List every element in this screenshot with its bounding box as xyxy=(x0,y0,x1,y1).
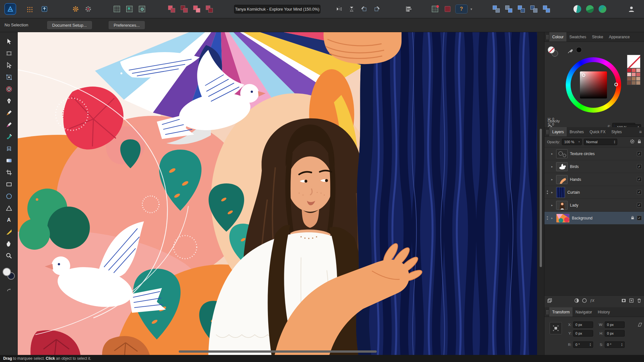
colour-selector-well[interactable] xyxy=(2,267,17,282)
fill-well[interactable] xyxy=(548,46,555,53)
flip-horizontal-icon[interactable] xyxy=(334,4,344,14)
artboard-tool[interactable] xyxy=(4,48,14,59)
swap-colours-icon[interactable] xyxy=(4,285,14,296)
fill-colour-well[interactable] xyxy=(3,268,11,276)
layer-visibility-checkbox[interactable]: ✓ xyxy=(637,203,642,208)
layer-row-hands[interactable]: ▸ Hands ✓ xyxy=(545,173,644,186)
shade-selector-dot[interactable] xyxy=(582,73,585,77)
crop-tool[interactable] xyxy=(4,167,14,178)
mask-layer-icon[interactable] xyxy=(620,297,628,304)
tint-swatch[interactable] xyxy=(627,77,631,81)
boolean-intersect-icon[interactable] xyxy=(192,4,202,14)
colour-wheel[interactable] xyxy=(566,57,621,113)
tint-swatch[interactable] xyxy=(627,68,631,72)
tab-styles[interactable]: Styles xyxy=(608,127,625,136)
expand-chevron-icon[interactable]: ▸ xyxy=(551,165,554,168)
layer-thumbnail[interactable] xyxy=(556,162,568,171)
boolean-subtract-icon[interactable] xyxy=(179,4,189,14)
tab-layers[interactable]: Layers xyxy=(549,127,567,136)
live-filter-icon[interactable] xyxy=(581,297,588,304)
preferences-button[interactable]: Preferences... xyxy=(108,21,145,30)
expand-chevron-icon[interactable]: ▸ xyxy=(551,190,554,194)
pencil-tool[interactable] xyxy=(4,107,14,118)
layer-visibility-checkbox[interactable]: ✓ xyxy=(637,216,642,220)
layer-settings-gear-icon[interactable] xyxy=(630,139,635,145)
none-colour-swatch[interactable] xyxy=(627,55,640,68)
eyedropper-icon[interactable] xyxy=(567,48,573,55)
layer-row-lady[interactable]: ▸ Lady ✓ xyxy=(545,199,644,212)
layer-thumbnail[interactable] xyxy=(556,175,568,184)
canvas-illustration[interactable] xyxy=(18,32,537,355)
picked-colour-swatch[interactable] xyxy=(576,47,582,53)
affinity-designer-logo-icon[interactable] xyxy=(5,3,16,15)
account-person-icon[interactable] xyxy=(627,4,636,14)
ellipse-tool[interactable] xyxy=(4,191,14,201)
stroke-width-tool[interactable] xyxy=(4,227,14,237)
colour-chip-icon-3[interactable] xyxy=(598,4,607,14)
document-setup-button[interactable]: Document Setup... xyxy=(47,21,92,30)
tab-transform[interactable]: Transform xyxy=(549,307,573,317)
zoom-tool[interactable] xyxy=(4,250,14,261)
layer-locked-icon[interactable] xyxy=(630,216,635,221)
colour-chip-icon-1[interactable] xyxy=(573,4,582,14)
boolean-divide-icon[interactable] xyxy=(204,4,214,14)
text-tool[interactable]: A xyxy=(4,215,14,225)
shear-field[interactable]: 0 ° ▴▾ xyxy=(605,341,625,348)
boolean-add-icon[interactable] xyxy=(167,4,176,14)
assets-gear-icon[interactable] xyxy=(83,4,93,14)
tint-swatch[interactable] xyxy=(631,68,636,72)
rectangle-tool[interactable] xyxy=(4,179,14,190)
horizontal-scrollbar[interactable] xyxy=(179,350,377,353)
colour-chip-icon-2[interactable] xyxy=(585,4,595,14)
tab-quick-fx[interactable]: Quick FX xyxy=(587,127,608,136)
layer-thumbnail[interactable] xyxy=(556,149,568,158)
y-field[interactable]: 0 px xyxy=(573,330,593,337)
duplicate-layer-icon[interactable] xyxy=(546,297,554,304)
layer-thumbnail[interactable] xyxy=(556,187,565,198)
triangle-tool[interactable] xyxy=(4,203,14,213)
pen-tool[interactable] xyxy=(4,96,14,106)
tint-swatch[interactable] xyxy=(636,77,640,81)
rotate-ccw-icon[interactable] xyxy=(359,4,369,14)
expand-chevron-icon[interactable]: ▸ xyxy=(551,178,554,181)
shear-icon[interactable] xyxy=(637,322,642,328)
gradient-tool[interactable] xyxy=(4,155,14,166)
paint-brush-tool[interactable] xyxy=(4,131,14,142)
gear-icon[interactable] xyxy=(71,4,80,14)
insert-inside-icon[interactable] xyxy=(516,4,526,14)
expand-chevron-icon[interactable]: ▸ xyxy=(551,216,554,220)
layer-thumbnail[interactable] xyxy=(556,214,570,223)
flip-vertical-icon[interactable] xyxy=(347,4,356,14)
expand-chevron-icon[interactable]: ▸ xyxy=(551,152,554,155)
tint-swatch[interactable] xyxy=(636,68,640,72)
snapping-candidates-icon[interactable] xyxy=(443,4,452,14)
adjustment-icon[interactable] xyxy=(573,297,581,304)
pixel-persona-icon[interactable] xyxy=(24,4,34,14)
mesh-warp-tool[interactable] xyxy=(4,143,14,154)
grid-axis-icon[interactable] xyxy=(137,4,147,14)
layer-lock-icon[interactable] xyxy=(637,139,642,145)
layer-thumbnail[interactable] xyxy=(556,201,568,210)
hue-selector-dot[interactable] xyxy=(614,83,618,86)
point-transform-tool[interactable] xyxy=(4,72,14,82)
contour-tool[interactable] xyxy=(4,84,14,94)
tab-history[interactable]: History xyxy=(595,307,613,317)
rotate-cw-icon[interactable] xyxy=(372,4,382,14)
tab-swatches[interactable]: Swatches xyxy=(566,32,589,42)
tint-swatch[interactable] xyxy=(631,77,636,81)
tab-navigator[interactable]: Navigator xyxy=(573,307,595,317)
view-hand-tool[interactable] xyxy=(4,238,14,249)
tint-swatch[interactable] xyxy=(636,81,640,85)
insert-on-top-icon[interactable] xyxy=(529,4,539,14)
export-persona-icon[interactable] xyxy=(40,4,49,14)
move-tool[interactable] xyxy=(4,36,14,47)
anchor-selector[interactable] xyxy=(550,322,562,334)
tint-swatch[interactable] xyxy=(631,81,636,85)
w-field[interactable]: 0 px xyxy=(605,321,625,328)
fill-stroke-wells[interactable] xyxy=(548,46,561,59)
layer-visibility-checkbox[interactable]: ✓ xyxy=(637,190,642,195)
shear-stepper[interactable]: ▴▾ xyxy=(620,343,622,347)
rotation-field[interactable]: 0 ° ▴▾ xyxy=(573,341,593,348)
vector-brush-tool[interactable] xyxy=(4,119,14,130)
tint-swatch[interactable] xyxy=(636,72,640,77)
